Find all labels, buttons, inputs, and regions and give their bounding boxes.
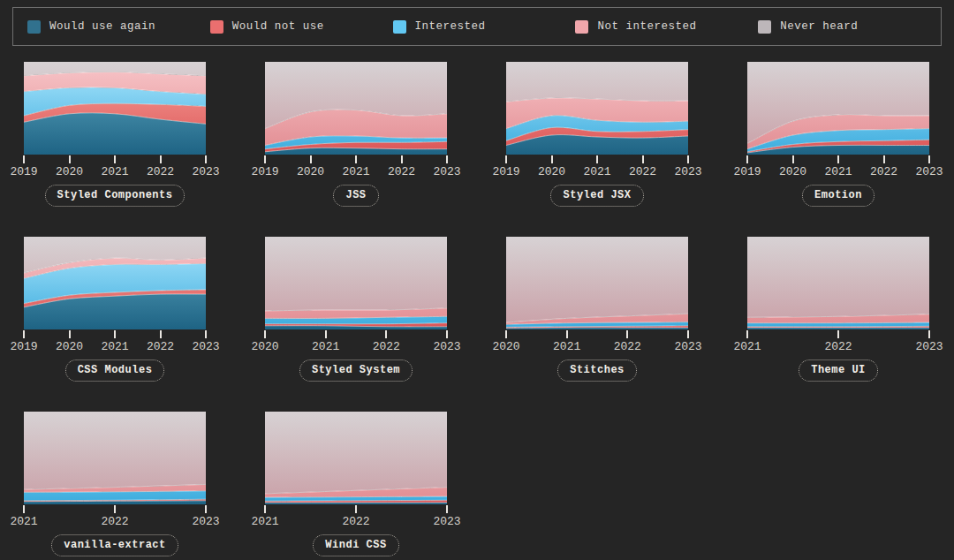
- legend-item-label: Interested: [415, 20, 486, 33]
- axis-tick-label: 2019: [10, 341, 37, 352]
- chart-row: 202120222023vanilla-extract202120222023W…: [24, 412, 954, 556]
- legend-item-never-heard[interactable]: Never heard: [758, 20, 941, 34]
- axis-tick: [446, 330, 448, 338]
- x-axis: 2020202120222023: [506, 329, 688, 356]
- chart-label-wrap: Styled JSX: [506, 185, 688, 207]
- chart-label-wrap: CSS Modules: [24, 359, 206, 382]
- axis-tick: [883, 155, 885, 163]
- area-band-never-heard[interactable]: [506, 62, 688, 102]
- chart-label-pill-windi-css[interactable]: Windi CSS: [313, 534, 398, 556]
- axis-tick-label: 2022: [824, 341, 852, 352]
- axis-tick: [566, 330, 568, 338]
- axis-tick: [837, 155, 839, 163]
- chart-card-theme-ui: 202120222023Theme UI: [747, 237, 929, 382]
- axis-tick-label: 2022: [629, 166, 656, 178]
- legend-item-would-not-use[interactable]: Would not use: [210, 20, 393, 34]
- axis-tick-label: 2023: [192, 341, 219, 352]
- x-axis: 20192020202120222023: [506, 155, 688, 181]
- stream-chart-styled-system[interactable]: [265, 237, 447, 329]
- legend-item-label: Never heard: [780, 20, 858, 33]
- area-band-never-heard[interactable]: [506, 237, 688, 322]
- chart-label-wrap: Styled System: [265, 359, 447, 382]
- chart-label-pill-theme-ui[interactable]: Theme UI: [799, 359, 878, 382]
- axis-tick: [355, 155, 357, 163]
- chart-card-css-modules: 20192020202120222023CSS Modules: [24, 237, 206, 382]
- would-not-use-swatch-icon: [210, 20, 223, 34]
- not-interested-swatch-icon: [575, 20, 588, 34]
- chart-label-wrap: Theme UI: [747, 359, 929, 382]
- axis-tick: [69, 155, 71, 163]
- chart-label-wrap: Styled Components: [24, 185, 206, 207]
- area-band-never-heard[interactable]: [747, 237, 929, 317]
- axis-tick-label: 2022: [388, 166, 415, 178]
- x-axis: 202120222023: [24, 504, 206, 531]
- area-band-never-heard[interactable]: [24, 412, 206, 489]
- legend-item-interested[interactable]: Interested: [393, 20, 576, 34]
- chart-label-pill-stitches[interactable]: Stitches: [557, 359, 637, 382]
- charts-grid: 20192020202120222023Styled Components201…: [0, 46, 954, 556]
- stream-chart-jss[interactable]: [265, 62, 447, 155]
- area-band-never-heard[interactable]: [265, 412, 447, 494]
- stream-chart-css-modules[interactable]: [24, 237, 206, 329]
- axis-tick-label: 2023: [915, 166, 943, 178]
- axis-tick: [264, 155, 266, 163]
- axis-tick: [205, 155, 207, 163]
- x-axis: 202120222023: [265, 504, 447, 531]
- stream-chart-emotion[interactable]: [747, 62, 929, 155]
- x-axis: 2020202120222023: [265, 329, 447, 356]
- stream-chart-vanilla-extract[interactable]: [24, 412, 206, 504]
- axis-tick-label: 2023: [674, 341, 701, 352]
- chart-label-pill-vanilla-extract[interactable]: vanilla-extract: [51, 534, 178, 556]
- axis-tick: [114, 330, 116, 338]
- x-axis: 20192020202120222023: [24, 155, 206, 181]
- axis-tick-label: 2022: [373, 341, 400, 352]
- chart-row: 20192020202120222023Styled Components201…: [24, 62, 954, 207]
- stream-chart-stitches[interactable]: [506, 237, 688, 329]
- axis-tick: [264, 330, 266, 338]
- would-use-again-swatch-icon: [27, 20, 41, 34]
- axis-tick-label: 2022: [342, 516, 369, 527]
- axis-tick-label: 2020: [56, 341, 83, 352]
- axis-tick-label: 2020: [492, 341, 519, 352]
- chart-card-styled-jsx: 20192020202120222023Styled JSX: [506, 62, 688, 207]
- legend-item-label: Would use again: [49, 20, 155, 33]
- axis-tick: [264, 505, 266, 513]
- legend-item-label: Not interested: [597, 20, 696, 33]
- legend: Would use again Would not use Interested…: [12, 7, 942, 46]
- chart-label-pill-emotion[interactable]: Emotion: [802, 185, 874, 207]
- axis-tick-label: 2022: [101, 516, 128, 527]
- stream-chart-styled-jsx[interactable]: [506, 62, 688, 155]
- axis-tick-label: 2019: [251, 166, 278, 178]
- axis-tick: [687, 155, 689, 163]
- axis-tick-label: 2021: [312, 341, 339, 352]
- chart-label-pill-styled-components[interactable]: Styled Components: [45, 185, 186, 207]
- legend-item-label: Would not use: [232, 20, 324, 33]
- axis-tick-label: 2022: [147, 341, 174, 352]
- chart-label-pill-styled-system[interactable]: Styled System: [299, 359, 413, 382]
- area-band-never-heard[interactable]: [265, 237, 447, 311]
- axis-tick-label: 2022: [870, 166, 897, 178]
- axis-tick: [310, 155, 312, 163]
- axis-tick-label: 2023: [192, 166, 219, 178]
- legend-item-would-use-again[interactable]: Would use again: [27, 20, 210, 34]
- axis-tick: [385, 330, 387, 338]
- chart-card-stitches: 2020202120222023Stitches: [506, 237, 688, 382]
- axis-tick: [69, 330, 71, 338]
- stream-chart-theme-ui[interactable]: [747, 237, 929, 329]
- chart-label-pill-css-modules[interactable]: CSS Modules: [65, 359, 165, 382]
- stream-chart-styled-components[interactable]: [24, 62, 206, 155]
- axis-tick-label: 2020: [779, 166, 806, 178]
- chart-card-vanilla-extract: 202120222023vanilla-extract: [24, 412, 206, 556]
- legend-item-not-interested[interactable]: Not interested: [575, 20, 758, 34]
- axis-tick: [160, 155, 162, 163]
- chart-label-pill-jss[interactable]: JSS: [333, 185, 378, 207]
- stream-chart-windi-css[interactable]: [265, 412, 447, 504]
- axis-tick-label: 2020: [56, 166, 83, 178]
- axis-tick-label: 2021: [10, 516, 37, 527]
- axis-tick: [551, 155, 553, 163]
- chart-card-styled-system: 2020202120222023Styled System: [265, 237, 447, 382]
- chart-card-jss: 20192020202120222023JSS: [265, 62, 447, 207]
- chart-label-pill-styled-jsx[interactable]: Styled JSX: [550, 185, 643, 207]
- axis-tick: [205, 505, 207, 513]
- axis-tick: [687, 330, 689, 338]
